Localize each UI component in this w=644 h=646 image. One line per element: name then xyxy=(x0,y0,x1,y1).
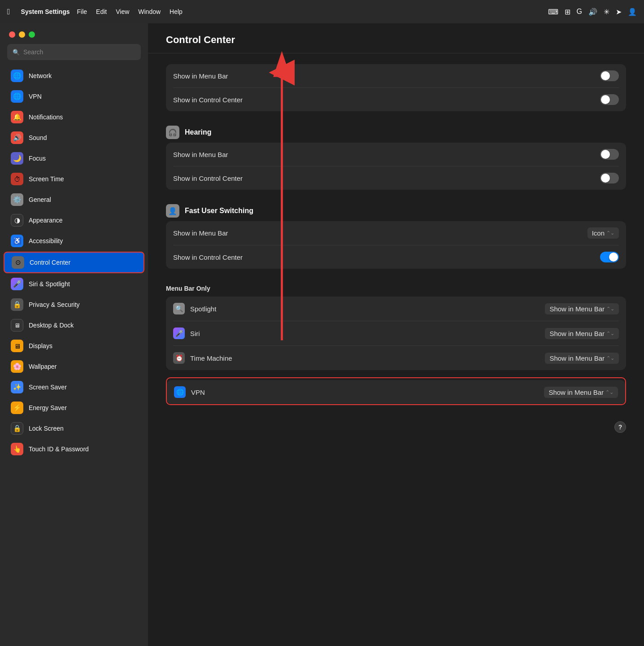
sidebar-item-focus[interactable]: 🌙 Focus xyxy=(4,148,144,168)
sidebar-item-wallpaper[interactable]: 🌸 Wallpaper xyxy=(4,357,144,376)
accessibility-show-control-center-toggle[interactable] xyxy=(600,94,619,105)
spotlight-dropdown-chevron-icon: ⌃⌄ xyxy=(606,306,614,312)
sidebar-label-focus: Focus xyxy=(29,155,46,162)
traffic-lights xyxy=(0,23,148,44)
maximize-button[interactable] xyxy=(29,31,35,38)
sidebar-item-vpn[interactable]: 🌐 VPN xyxy=(4,87,144,106)
siri-value: Show in Menu Bar xyxy=(549,330,605,337)
menu-view[interactable]: View xyxy=(116,8,129,15)
search-container: 🔍 Search xyxy=(0,44,148,65)
sidebar-item-screentime[interactable]: ⏱ Screen Time xyxy=(4,169,144,189)
sidebar-item-siri[interactable]: 🎤 Siri & Spotlight xyxy=(4,274,144,294)
sidebar-label-network: Network xyxy=(29,72,52,79)
sidebar-item-desktop[interactable]: 🖥 Desktop & Dock xyxy=(4,315,144,335)
apple-logo-icon[interactable]:  xyxy=(7,7,10,17)
vpn-left: 🌐 VPN xyxy=(174,386,205,398)
help-button[interactable]: ? xyxy=(614,421,626,433)
sidebar-item-privacy[interactable]: 🔒 Privacy & Security xyxy=(4,295,144,314)
sidebar-item-sound[interactable]: 🔊 Sound xyxy=(4,128,144,148)
bluetooth-icon[interactable]: ✳ xyxy=(604,8,609,16)
general-icon: ⚙️ xyxy=(11,193,23,206)
accessibility-show-menu-bar-toggle[interactable] xyxy=(600,70,619,81)
privacy-icon: 🔒 xyxy=(11,298,23,311)
keyboard-icon[interactable]: ⌨ xyxy=(548,8,558,16)
vpn-dropdown[interactable]: Show in Menu Bar ⌃⌄ xyxy=(544,387,618,398)
sidebar-item-screensaver[interactable]: ✨ Screen Saver xyxy=(4,377,144,397)
fast-user-show-menu-bar-row: Show in Menu Bar Icon ⌃⌄ xyxy=(173,221,619,245)
sidebar-label-energysaver: Energy Saver xyxy=(29,404,67,411)
time-machine-label: Time Machine xyxy=(190,354,232,362)
siri-dropdown[interactable]: Show in Menu Bar ⌃⌄ xyxy=(545,328,619,339)
sidebar-item-controlcenter[interactable]: ⊙ Control Center xyxy=(4,252,144,273)
sidebar-label-wallpaper: Wallpaper xyxy=(29,363,57,370)
send-icon[interactable]: ➤ xyxy=(616,8,622,16)
fast-user-switching-settings-group: Show in Menu Bar Icon ⌃⌄ Show in Control… xyxy=(166,221,626,269)
menu-edit[interactable]: Edit xyxy=(96,8,107,15)
desktop-icon: 🖥 xyxy=(11,319,23,332)
menu-bar: File Edit View Window Help xyxy=(77,8,183,15)
time-machine-value: Show in Menu Bar xyxy=(549,354,605,362)
grid-icon[interactable]: ⊞ xyxy=(565,8,570,16)
sidebar-label-notifications: Notifications xyxy=(29,113,63,121)
close-button[interactable] xyxy=(9,31,15,38)
sound-icon: 🔊 xyxy=(11,131,23,144)
user-icon[interactable]: 👤 xyxy=(628,8,637,16)
fast-user-show-menu-bar-dropdown[interactable]: Icon ⌃⌄ xyxy=(587,227,619,239)
fast-user-switching-header-row: 👤 Fast User Switching xyxy=(166,197,626,221)
sidebar-item-network[interactable]: 🌐 Network xyxy=(4,66,144,86)
help-container: ? xyxy=(166,412,626,433)
accessibility-show-control-center-row: Show in Control Center xyxy=(173,88,619,111)
fast-user-show-control-center-row: Show in Control Center xyxy=(173,245,619,269)
search-box[interactable]: 🔍 Search xyxy=(7,44,141,60)
screensaver-icon: ✨ xyxy=(11,381,23,393)
fast-user-show-control-center-toggle[interactable] xyxy=(600,252,619,262)
content-header: Control Center xyxy=(148,23,644,53)
siri-menu-bar-row: 🎤 Siri Show in Menu Bar ⌃⌄ xyxy=(173,321,619,346)
sidebar-item-energysaver[interactable]: ⚡ Energy Saver xyxy=(4,398,144,418)
sidebar-label-privacy: Privacy & Security xyxy=(29,301,80,308)
menu-bar-only-header: Menu Bar Only xyxy=(166,276,626,297)
fast-user-show-menu-bar-label: Show in Menu Bar xyxy=(173,229,228,237)
sidebar-item-lockscreen[interactable]: 🔒 Lock Screen xyxy=(4,419,144,438)
spotlight-icon: 🔍 xyxy=(173,303,185,314)
sidebar-item-general[interactable]: ⚙️ General xyxy=(4,190,144,210)
displays-icon: 🖥 xyxy=(11,340,23,352)
search-input[interactable]: Search xyxy=(23,48,43,56)
sidebar-label-touchid: Touch ID & Password xyxy=(29,445,89,453)
spotlight-label: Spotlight xyxy=(190,305,216,313)
sidebar-label-siri: Siri & Spotlight xyxy=(29,280,70,288)
hearing-title: Hearing xyxy=(185,128,212,136)
vpn-label: VPN xyxy=(191,388,205,396)
hearing-icon: 🎧 xyxy=(166,126,179,139)
sidebar-item-accessibility[interactable]: ♿ Accessibility xyxy=(4,231,144,251)
grammarly-icon[interactable]: G xyxy=(577,8,582,16)
menu-app-name[interactable]: System Settings xyxy=(21,8,70,15)
menu-file[interactable]: File xyxy=(77,8,87,15)
volume-icon[interactable]: 🔊 xyxy=(588,8,597,16)
hearing-header-row: 🎧 Hearing xyxy=(166,118,626,143)
sidebar-item-notifications[interactable]: 🔔 Notifications xyxy=(4,107,144,127)
sidebar-item-displays[interactable]: 🖥 Displays xyxy=(4,336,144,356)
wallpaper-icon: 🌸 xyxy=(11,360,23,373)
sidebar-label-controlcenter: Control Center xyxy=(30,259,70,266)
hearing-section: 🎧 Hearing Show in Menu Bar Show in Contr… xyxy=(166,118,626,190)
hearing-show-menu-bar-toggle[interactable] xyxy=(600,149,619,160)
fast-user-show-control-center-label: Show in Control Center xyxy=(173,253,243,261)
menu-window[interactable]: Window xyxy=(138,8,161,15)
time-machine-left: ⏰ Time Machine xyxy=(173,352,232,364)
sidebar-item-appearance[interactable]: ◑ Appearance xyxy=(4,210,144,230)
spotlight-dropdown[interactable]: Show in Menu Bar ⌃⌄ xyxy=(545,303,619,314)
spotlight-left: 🔍 Spotlight xyxy=(173,303,216,314)
focus-icon: 🌙 xyxy=(11,152,23,165)
dropdown-chevron-icon: ⌃⌄ xyxy=(606,230,614,236)
siri-label: Siri xyxy=(190,330,200,337)
minimize-button[interactable] xyxy=(19,31,25,38)
time-machine-dropdown[interactable]: Show in Menu Bar ⌃⌄ xyxy=(545,353,619,364)
hearing-show-menu-bar-row: Show in Menu Bar xyxy=(173,143,619,166)
controlcenter-icon: ⊙ xyxy=(12,256,24,269)
sidebar-item-touchid[interactable]: 👆 Touch ID & Password xyxy=(4,439,144,459)
menu-help[interactable]: Help xyxy=(170,8,183,15)
siri-left: 🎤 Siri xyxy=(173,327,200,339)
sidebar-label-accessibility: Accessibility xyxy=(29,237,63,244)
hearing-show-control-center-toggle[interactable] xyxy=(600,173,619,183)
